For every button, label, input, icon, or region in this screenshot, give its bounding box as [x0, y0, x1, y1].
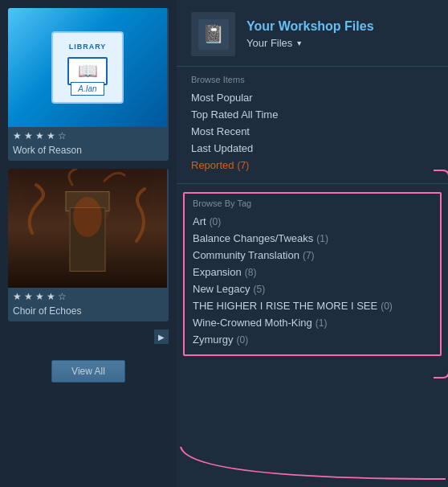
- book-icon-inner: [67, 57, 108, 85]
- your-files-label: Your Files: [246, 37, 292, 49]
- svg-point-0: [73, 197, 102, 237]
- item-title-2: Choir of Echoes: [8, 304, 169, 321]
- tag-balance-count: (1): [316, 233, 328, 244]
- scroll-right-arrow[interactable]: ▶: [154, 329, 169, 344]
- library-book-graphic: A.Ian: [51, 31, 124, 104]
- right-panel: 📓 Your Workshop Files Your Files ▼ Brows…: [177, 0, 448, 487]
- tag-balance[interactable]: Balance Changes/Tweaks (1): [193, 230, 432, 247]
- browse-items-label: Browse Items: [191, 75, 434, 84]
- tentacle-svg: [8, 169, 167, 288]
- tag-new-legacy[interactable]: New Legacy (5): [193, 280, 432, 297]
- menu-top-rated[interactable]: Top Rated All Time: [191, 106, 434, 123]
- reported-badge: (7): [237, 160, 249, 171]
- star-3: ★: [35, 130, 44, 141]
- tag-wine-crowned[interactable]: Wine-Crowned Moth-King (1): [193, 314, 432, 331]
- tag-higher-rise-count: (0): [381, 301, 393, 312]
- divider-1: [177, 183, 448, 184]
- browse-by-tag-section: Browse By Tag Art (0) Balance Changes/Tw…: [183, 192, 442, 356]
- workshop-item-1[interactable]: A.Ian ★ ★ ★ ★ ☆ Work of Reason: [8, 8, 169, 161]
- stars-rating-1: ★ ★ ★ ★ ☆: [8, 127, 169, 143]
- item-image-2: [8, 169, 167, 288]
- pink-line-bottom: [434, 354, 448, 379]
- tag-zymurgy[interactable]: Zymurgy (0): [193, 331, 432, 348]
- menu-most-recent[interactable]: Most Recent: [191, 123, 434, 140]
- tag-art-count: (0): [210, 216, 222, 227]
- item-title-1: Work of Reason: [8, 143, 169, 161]
- star-1: ★: [13, 291, 22, 302]
- tag-new-legacy-count: (5): [254, 284, 266, 295]
- star-2: ★: [24, 291, 33, 302]
- tag-art[interactable]: Art (0): [193, 213, 432, 230]
- menu-most-popular[interactable]: Most Popular: [191, 89, 434, 106]
- tag-zymurgy-count: (0): [237, 334, 249, 346]
- workshop-title: Your Workshop Files: [246, 19, 374, 34]
- view-all-button[interactable]: View All: [51, 360, 125, 383]
- menu-last-updated[interactable]: Last Updated: [191, 140, 434, 157]
- tag-community-translation[interactable]: Community Translation (7): [193, 247, 432, 264]
- pink-line-top: [434, 170, 448, 194]
- tag-section-outer: Browse By Tag Art (0) Balance Changes/Tw…: [177, 192, 448, 356]
- browse-items-section: Browse Items Most Popular Top Rated All …: [177, 67, 448, 178]
- dropdown-arrow-icon: ▼: [295, 39, 303, 47]
- star-4: ★: [47, 291, 55, 302]
- view-all-container: View All: [8, 360, 169, 383]
- star-1: ★: [13, 130, 22, 141]
- star-4: ★: [47, 130, 55, 141]
- name-tag: A.Ian: [71, 82, 104, 96]
- browse-by-tag-label: Browse By Tag: [193, 198, 432, 208]
- star-5: ☆: [58, 130, 67, 141]
- your-files-button[interactable]: Your Files ▼: [246, 37, 374, 49]
- stars-rating-2: ★ ★ ★ ★ ☆: [8, 288, 169, 304]
- left-panel: A.Ian ★ ★ ★ ★ ☆ Work of Reason: [0, 0, 177, 487]
- menu-reported[interactable]: Reported (7): [191, 157, 434, 174]
- item-image-1: A.Ian: [8, 8, 167, 127]
- tag-expansion-count: (8): [245, 267, 257, 278]
- tag-higher-rise[interactable]: THE HIGHER I RISE THE MORE I SEE (0): [193, 297, 432, 314]
- tag-community-count: (7): [303, 250, 315, 261]
- tower-art: [8, 169, 167, 288]
- workshop-header: 📓 Your Workshop Files Your Files ▼: [177, 0, 448, 67]
- workshop-item-2[interactable]: ★ ★ ★ ★ ☆ Choir of Echoes: [8, 169, 169, 321]
- workshop-logo: 📓: [191, 12, 235, 56]
- main-container: A.Ian ★ ★ ★ ★ ☆ Work of Reason: [0, 0, 448, 487]
- tag-wine-crowned-count: (1): [316, 317, 328, 329]
- star-3: ★: [35, 291, 44, 302]
- star-2: ★: [24, 130, 33, 141]
- logo-book-icon: 📓: [198, 19, 229, 50]
- star-5: ☆: [58, 291, 67, 302]
- tag-expansion[interactable]: Expansion (8): [193, 264, 432, 280]
- header-text: Your Workshop Files Your Files ▼: [246, 19, 374, 49]
